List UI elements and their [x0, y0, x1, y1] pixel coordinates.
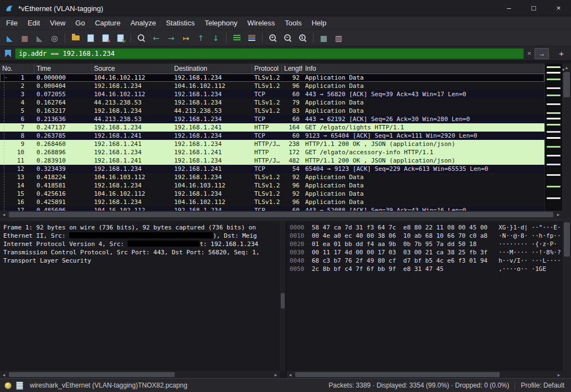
filter-input[interactable] [15, 48, 524, 59]
packet-row-6[interactable]: 60.21363644.213.238.53192.168.1.234TCP60… [0, 115, 544, 123]
hex-scroll-left-arrow[interactable]: ◂ [286, 371, 294, 378]
clear-filter-button[interactable]: × [527, 49, 532, 58]
cell-len: 92 [282, 74, 303, 82]
packet-row-9[interactable]: 90.268460192.168.1.241192.168.1.234HTTP/… [0, 140, 544, 148]
scroll-right-arrow[interactable]: ▸ [554, 211, 562, 218]
detail-line-2[interactable]: Internet Protocol Version 4, Src: t: 192… [3, 240, 276, 248]
start-capture-button[interactable]: ◣ [3, 31, 17, 45]
scroll-left-arrow[interactable]: ◂ [0, 211, 8, 218]
menu-capture[interactable]: Capture [90, 17, 125, 29]
menu-file[interactable]: File [1, 17, 23, 29]
detail-line-0[interactable]: Frame 1: 92 bytes on wire (736 bits), 92… [3, 223, 276, 232]
column-header-destination[interactable]: Destination [172, 64, 252, 74]
packet-row-14[interactable]: 140.418581192.168.1.234104.16.103.112TLS… [0, 181, 544, 190]
apply-filter-button[interactable]: → [535, 48, 549, 59]
hex-row-0030[interactable]: 003000 11 17 4d 00 00 17 03 03 00 21 ca … [290, 248, 563, 257]
hex-row-0040[interactable]: 004068 c3 b7 76 2f 49 80 cf d7 bf b5 4c … [290, 257, 563, 265]
open-file-button[interactable] [69, 31, 82, 45]
scroll-down-arrow[interactable]: ▾ [562, 67, 565, 72]
packet-list-vscrollbar[interactable]: ▴ ▾ [562, 64, 571, 211]
profile-selector[interactable]: Profile: Default [521, 381, 564, 389]
menu-wireless[interactable]: Wireless [242, 17, 280, 29]
packet-vscroll-thumb[interactable] [563, 72, 570, 97]
go-last-packet-button[interactable]: ↓ [209, 31, 223, 45]
resize-columns-button[interactable]: ▦ [317, 31, 331, 45]
menu-statistics[interactable]: Statistics [161, 17, 200, 29]
packet-row-17[interactable]: 170.485606104.16.102.112192.168.1.234TCP… [0, 206, 544, 211]
find-packet-button[interactable] [134, 31, 148, 45]
save-file-button[interactable] [83, 31, 97, 45]
menu-go[interactable]: Go [70, 17, 90, 29]
details-scroll-left-arrow[interactable]: ◂ [0, 371, 8, 378]
zoom-in-button[interactable]: + [266, 31, 280, 45]
capture-comment-button[interactable] [16, 381, 23, 390]
hex-row-0010[interactable]: 001000 4e a0 ec 40 00 38 06 10 ab 68 10 … [290, 232, 563, 240]
packet-row-12[interactable]: 120.323439192.168.1.234192.168.1.241TCP5… [0, 165, 544, 173]
menu-view[interactable]: View [45, 17, 70, 29]
restart-capture-button[interactable]: ◣ [33, 31, 46, 45]
go-to-packet-button[interactable]: ↦ [179, 31, 193, 45]
stop-capture-button[interactable]: ■ [18, 31, 32, 45]
packet-row-10[interactable]: 100.268896192.168.1.234192.168.1.241HTTP… [0, 148, 544, 156]
displayed-columns-button[interactable]: ▥ [332, 31, 345, 45]
detail-line-1[interactable]: Ethernet II, Src: ), Dst: Meig [3, 232, 276, 240]
capture-options-button[interactable]: ◎ [48, 31, 61, 45]
menu-help[interactable]: Help [307, 17, 332, 29]
packet-row-5[interactable]: 50.163217192.168.1.23444.213.238.53TLSv1… [0, 107, 544, 115]
column-header-protocol[interactable]: Protocol [252, 64, 282, 74]
column-header-length[interactable]: Length [282, 64, 303, 74]
packet-row-16[interactable]: 160.425891192.168.1.234104.16.102.112TLS… [0, 198, 544, 206]
go-forward-button[interactable]: → [164, 31, 178, 45]
zoom-out-button[interactable]: − [281, 31, 295, 45]
hex-hscroll-thumb[interactable] [295, 372, 500, 377]
column-header-no[interactable]: No. [0, 64, 34, 74]
details-scroll-right-arrow[interactable]: ▸ [272, 371, 280, 378]
details-vscrollbar[interactable] [280, 221, 286, 371]
menu-telephony[interactable]: Telephony [200, 17, 242, 29]
packet-row-15[interactable]: 150.425616104.16.102.112192.168.1.234TLS… [0, 190, 544, 198]
column-header-time[interactable]: Time [34, 64, 92, 74]
minimize-button[interactable]: – [496, 0, 521, 17]
details-hscroll-thumb[interactable] [9, 372, 175, 377]
menu-tools[interactable]: Tools [280, 17, 306, 29]
close-file-button[interactable]: × [98, 31, 112, 45]
packet-row-8[interactable]: 80.263785192.168.1.241192.168.1.234TCP60… [0, 132, 544, 140]
hex-scroll-right-arrow[interactable]: ▸ [555, 371, 563, 378]
add-filter-button[interactable]: + [559, 49, 564, 58]
packet-row-3[interactable]: 30.072055104.16.102.112192.168.1.234TCP6… [0, 90, 544, 98]
packet-minimap[interactable] [544, 64, 562, 211]
hex-hscrollbar[interactable]: ◂ ▸ [286, 371, 563, 378]
packet-hscroll-thumb[interactable] [9, 212, 553, 217]
go-back-button[interactable]: ← [149, 31, 163, 45]
packet-row-1[interactable]: 10.000000104.16.102.112192.168.1.234TLSv… [0, 74, 544, 82]
reload-file-button[interactable]: ↻ [113, 31, 127, 45]
close-button[interactable]: × [546, 0, 571, 17]
menu-analyze[interactable]: Analyze [125, 17, 161, 29]
details-vscroll-thumb[interactable] [281, 293, 285, 309]
go-first-packet-button[interactable]: ↑ [194, 31, 208, 45]
hex-vscrollbar[interactable] [563, 221, 571, 371]
filter-bookmark-icon[interactable] [5, 50, 11, 58]
hex-row-0020[interactable]: 002001 ea 01 bb dd f4 aa 9b 0b 7b 95 7a … [290, 240, 563, 248]
packet-row-13[interactable]: 130.418224104.16.103.112192.168.1.234TLS… [0, 173, 544, 181]
hex-row-0000[interactable]: 000058 47 ca 7d 31 f3 64 7c e8 80 22 11 … [290, 223, 563, 232]
packet-row-2[interactable]: 20.000404192.168.1.234104.16.102.112TLSv… [0, 82, 544, 90]
zoom-normal-button[interactable]: 1 [296, 31, 310, 45]
colorize-toggle-button[interactable] [245, 31, 259, 45]
expert-info-button[interactable] [4, 382, 12, 389]
hex-row-0050[interactable]: 00502c 8b bf c4 7f 6f bb 9f e8 31 47 45,… [290, 265, 563, 273]
column-header-info[interactable]: Info [303, 64, 544, 74]
menu-edit[interactable]: Edit [23, 17, 45, 29]
details-hscrollbar[interactable]: ◂ ▸ [0, 371, 280, 378]
packet-row-11[interactable]: 110.283910192.168.1.241192.168.1.234HTTP… [0, 156, 544, 165]
packet-row-7[interactable]: 70.247137192.168.1.234192.168.1.241HTTP1… [0, 123, 544, 132]
detail-line-4[interactable]: Transport Layer Security [3, 257, 276, 265]
detail-line-3[interactable]: Transmission Control Protocol, Src Port:… [3, 248, 276, 257]
cell-no: 7 [0, 123, 34, 132]
packet-list-hscrollbar[interactable]: ◂ ▸ [0, 211, 562, 218]
hex-vscroll-thumb[interactable] [564, 222, 570, 257]
column-header-source[interactable]: Source [92, 64, 172, 74]
packet-row-4[interactable]: 40.16276444.213.238.53192.168.1.234TLSv1… [0, 98, 544, 107]
autoscroll-toggle-button[interactable] [230, 31, 244, 45]
maximize-button[interactable]: □ [521, 0, 546, 17]
